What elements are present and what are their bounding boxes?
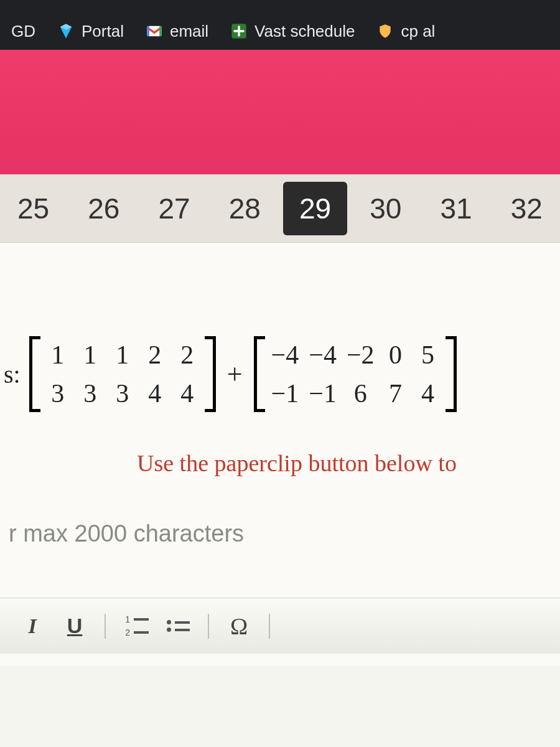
question-number-28[interactable]: 28 [213, 182, 277, 235]
question-content: s: 1 1 1 2 2 3 3 3 4 4 + −4 −4 − [0, 243, 560, 666]
matrix-b-grid: −4 −4 −2 0 5 −1 −1 6 7 4 [265, 336, 446, 412]
answer-input[interactable]: r max 2000 characters [9, 520, 554, 547]
matrix-a: 1 1 1 2 2 3 3 3 4 4 [29, 336, 216, 412]
matrix-b: −4 −4 −2 0 5 −1 −1 6 7 4 [254, 336, 457, 412]
question-number-29[interactable]: 29 [283, 182, 347, 235]
matrix-expression: s: 1 1 1 2 2 3 3 3 4 4 + −4 −4 − [4, 336, 554, 412]
unordered-list-icon [167, 620, 190, 632]
gmail-icon [145, 22, 164, 40]
toolbar-separator [105, 614, 106, 639]
bookmark-vast-schedule[interactable]: Vast schedule [221, 18, 363, 45]
bookmarks-bar: GD Portal email Vast schedule [0, 12, 560, 50]
matrix-a-grid: 1 1 1 2 2 3 3 3 4 4 [40, 336, 205, 412]
hint-text: Use the paperclip button below to [137, 449, 554, 477]
toolbar-separator [269, 614, 270, 639]
left-bracket-icon [29, 336, 40, 412]
right-bracket-icon [446, 336, 457, 412]
unordered-list-button[interactable] [158, 609, 198, 644]
special-character-button[interactable]: Ω [219, 609, 259, 644]
bookmark-gd[interactable]: GD [2, 18, 44, 45]
bookmark-label: Portal [82, 22, 124, 41]
bookmark-label: GD [11, 22, 35, 41]
expression-label: s: [4, 360, 21, 389]
editor-toolbar: I U 1 2 Ω [0, 598, 560, 654]
toolbar-separator [208, 614, 209, 639]
plus-operator: + [225, 359, 245, 390]
bookmark-portal[interactable]: Portal [48, 18, 133, 45]
question-number-30[interactable]: 30 [353, 182, 418, 235]
diamond-icon [57, 22, 75, 40]
ordered-list-button[interactable]: 1 2 [116, 609, 156, 644]
right-bracket-icon [205, 336, 216, 412]
question-number-25[interactable]: 25 [1, 182, 65, 235]
left-bracket-icon [254, 336, 265, 412]
underline-button[interactable]: U [55, 609, 95, 644]
ordered-list-icon: 1 2 [123, 614, 149, 637]
bookmark-label: Vast schedule [254, 22, 355, 41]
svg-rect-4 [159, 26, 162, 36]
shield-icon [376, 22, 394, 40]
header-banner [0, 50, 560, 174]
question-number-26[interactable]: 26 [72, 182, 136, 235]
svg-rect-3 [147, 26, 149, 36]
bookmark-cp-al[interactable]: cp al [367, 18, 444, 45]
tab-strip-remnant [0, 0, 560, 12]
bookmark-label: email [170, 22, 208, 41]
bookmark-email[interactable]: email [136, 18, 217, 45]
question-number-ribbon: 25 26 27 28 29 30 31 32 [0, 174, 560, 243]
question-number-27[interactable]: 27 [142, 182, 207, 235]
bookmark-label: cp al [401, 22, 435, 41]
question-number-32[interactable]: 32 [495, 182, 559, 235]
question-number-31[interactable]: 31 [424, 182, 488, 235]
italic-button[interactable]: I [12, 609, 52, 644]
plus-box-icon [230, 22, 248, 40]
